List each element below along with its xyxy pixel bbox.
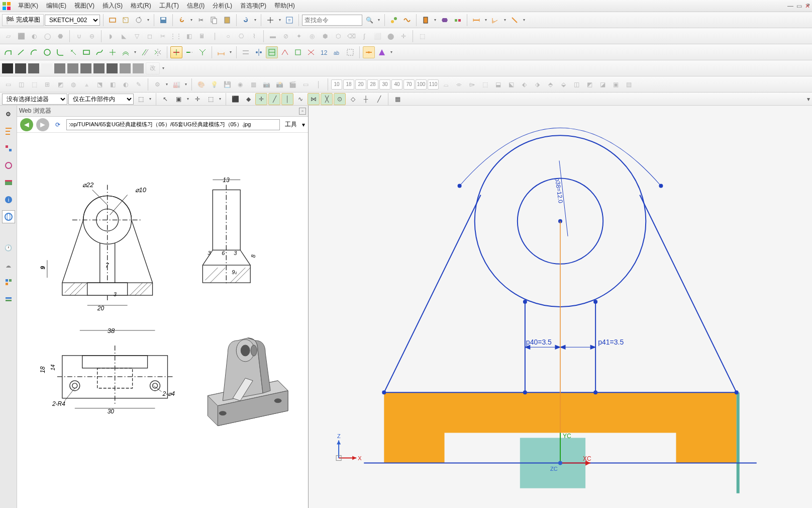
make-corner-button[interactable] [196, 46, 209, 58]
quick-extend-button[interactable] [183, 46, 195, 58]
convert-ref-button[interactable] [344, 46, 356, 58]
simple-dist-button[interactable] [509, 14, 521, 26]
resource-part-nav[interactable] [2, 125, 15, 138]
num-100[interactable]: 100 [416, 79, 427, 90]
line-button[interactable] [15, 46, 27, 58]
snap-5[interactable]: │ [281, 93, 293, 105]
color-swatch-5[interactable] [67, 63, 78, 73]
fillet-button[interactable] [54, 46, 66, 58]
menu-info[interactable]: 信息(I) [183, 1, 209, 11]
num-110[interactable]: 110 [428, 79, 439, 90]
resource-reuse[interactable] [2, 176, 15, 189]
continuous-auto-dim-button[interactable] [363, 46, 375, 58]
show-all-constraints-button[interactable] [305, 46, 317, 58]
graphics-viewport[interactable]: p40=3.5 p41=3.5 p38=12.0 XC YC ZC X Z [309, 106, 812, 508]
show-dims-button[interactable]: 12 [318, 46, 330, 58]
filter-4[interactable]: ✛ [191, 93, 204, 105]
browser-back-button[interactable]: ◄ [20, 118, 33, 131]
snap-3[interactable]: ✛ [255, 93, 267, 105]
copy-button[interactable] [208, 14, 220, 26]
browser-url-input[interactable] [66, 119, 280, 130]
auto-constrain-button[interactable] [279, 46, 291, 58]
update-model-button[interactable] [133, 14, 145, 26]
make-symmetric-button[interactable] [253, 46, 265, 58]
cut-button[interactable]: ✂ [195, 14, 207, 26]
create-inferred-button[interactable] [376, 46, 388, 58]
measure-angle-button[interactable] [489, 14, 501, 26]
color-swatch-1[interactable] [15, 63, 26, 73]
snap-8[interactable]: ╳ [321, 93, 333, 105]
resource-constraint-nav[interactable] [2, 159, 15, 172]
assy-constraint-button[interactable] [452, 14, 464, 26]
resource-system[interactable] [2, 259, 15, 272]
num-10[interactable]: 10 [331, 79, 342, 90]
snap-9[interactable]: ⊙ [334, 93, 346, 105]
resource-settings[interactable]: ⚙ [2, 108, 15, 121]
auto-dim-button[interactable] [292, 46, 304, 58]
panel-close-icon[interactable]: ▫ [299, 108, 306, 115]
color-swatch-6[interactable] [80, 63, 91, 73]
num-40[interactable]: 40 [391, 79, 402, 90]
undo-button[interactable] [176, 14, 188, 26]
color-swatch-2[interactable] [28, 63, 39, 73]
menu-prefs[interactable]: 首选项(P) [236, 1, 270, 11]
undo-dropdown[interactable]: ▾ [189, 18, 194, 22]
menu-analyze[interactable]: 分析(L) [209, 1, 236, 11]
menu-format[interactable]: 格式(R) [127, 1, 155, 11]
orient-view-button[interactable] [107, 14, 119, 26]
move-comp-button[interactable] [439, 14, 451, 26]
minimize-icon[interactable]: — [787, 3, 793, 10]
filter-1[interactable]: ⬚ [135, 93, 147, 105]
filter-2[interactable]: ↖ [159, 93, 171, 105]
redo-dropdown[interactable]: ▾ [253, 18, 258, 22]
offset-curve-button[interactable] [120, 46, 132, 58]
color-swatch-0[interactable] [2, 63, 13, 73]
wave-button[interactable] [401, 14, 413, 26]
browser-forward-button[interactable]: ► [36, 118, 49, 131]
animate-dim-button[interactable]: ab [331, 46, 343, 58]
grid-button[interactable]: ▦ [391, 93, 403, 105]
filter-overflow[interactable]: ▾ [807, 96, 810, 103]
num-30[interactable]: 30 [379, 79, 390, 90]
point-button[interactable] [107, 46, 119, 58]
dropdown-icon[interactable]: ▾ [146, 18, 151, 22]
resource-web-browser[interactable] [2, 210, 15, 223]
overflow-icon[interactable]: » [806, 1, 810, 8]
quick-trim-button[interactable] [170, 46, 182, 58]
snap-4[interactable]: ╱ [268, 93, 280, 105]
derived-line-button[interactable] [67, 46, 79, 58]
color-swatch-4[interactable] [54, 63, 65, 73]
color-swatch-8[interactable] [107, 63, 118, 73]
menu-help[interactable]: 帮助(H) [270, 1, 299, 11]
circle-button[interactable] [41, 46, 53, 58]
resource-roles-2[interactable] [2, 293, 15, 306]
rectangle-button[interactable] [80, 46, 92, 58]
profile-button[interactable] [2, 46, 14, 58]
menu-insert[interactable]: 插入(S) [98, 1, 127, 11]
num-20[interactable]: 20 [355, 79, 366, 90]
menu-tools[interactable]: 工具(T) [155, 1, 183, 11]
snap-7[interactable]: ⋈ [308, 93, 320, 105]
reattach-button[interactable] [120, 14, 132, 26]
snap-6[interactable]: ∿ [294, 93, 307, 105]
show-constraints-button[interactable] [266, 46, 278, 58]
filter-3[interactable]: ▣ [172, 93, 184, 105]
constraint-nav-button[interactable] [420, 14, 432, 26]
color-swatch-10[interactable] [133, 63, 144, 73]
point-tool[interactable] [264, 14, 276, 26]
assembly-button[interactable] [388, 14, 400, 26]
resource-roles-1[interactable] [2, 276, 15, 289]
snap-11[interactable]: ┼ [360, 93, 372, 105]
menu-view[interactable]: 视图(V) [70, 1, 98, 11]
resource-assy-nav[interactable] [2, 142, 15, 155]
browser-tools-label[interactable]: 工具 [283, 120, 299, 129]
maximize-icon[interactable]: ▭ [796, 3, 802, 10]
finish-sketch-button[interactable]: 🏁 完成草图 [2, 14, 44, 26]
geom-constraint-button[interactable] [240, 46, 252, 58]
color-swatch-7[interactable] [93, 63, 105, 73]
menu-edit[interactable]: 编辑(E) [42, 1, 70, 11]
studio-spline-button[interactable] [93, 46, 106, 58]
snap-1[interactable]: ⬛ [229, 93, 241, 105]
inferred-dim-button[interactable] [215, 46, 227, 58]
resource-hd3d[interactable]: i [2, 193, 15, 206]
